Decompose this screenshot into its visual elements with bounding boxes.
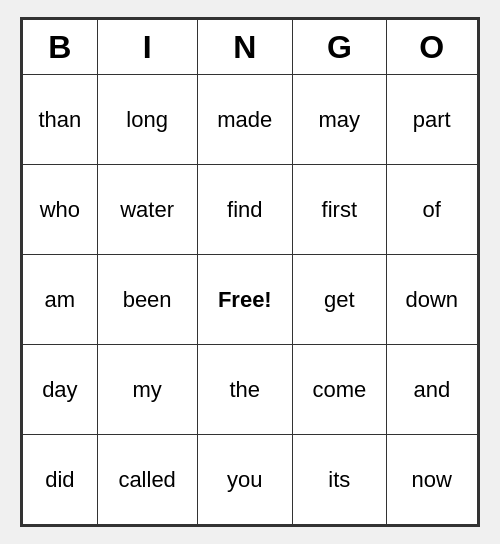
table-cell: down — [386, 255, 477, 345]
table-cell: now — [386, 435, 477, 525]
table-cell: long — [97, 75, 197, 165]
header-n: N — [197, 20, 293, 75]
bingo-table: B I N G O thanlongmademaypartwhowaterfin… — [22, 19, 478, 525]
header-b: B — [23, 20, 98, 75]
table-cell: my — [97, 345, 197, 435]
table-cell: made — [197, 75, 293, 165]
table-cell: water — [97, 165, 197, 255]
table-cell: find — [197, 165, 293, 255]
table-cell: get — [293, 255, 386, 345]
header-o: O — [386, 20, 477, 75]
table-cell: of — [386, 165, 477, 255]
table-cell: Free! — [197, 255, 293, 345]
header-row: B I N G O — [23, 20, 478, 75]
table-cell: you — [197, 435, 293, 525]
table-row: didcalledyouitsnow — [23, 435, 478, 525]
table-cell: than — [23, 75, 98, 165]
table-row: whowaterfindfirstof — [23, 165, 478, 255]
table-row: thanlongmademaypart — [23, 75, 478, 165]
table-cell: called — [97, 435, 197, 525]
table-cell: come — [293, 345, 386, 435]
table-cell: may — [293, 75, 386, 165]
table-cell: first — [293, 165, 386, 255]
table-cell: day — [23, 345, 98, 435]
table-cell: am — [23, 255, 98, 345]
table-row: daymythecomeand — [23, 345, 478, 435]
table-cell: did — [23, 435, 98, 525]
table-cell: its — [293, 435, 386, 525]
header-g: G — [293, 20, 386, 75]
bingo-card: B I N G O thanlongmademaypartwhowaterfin… — [20, 17, 480, 527]
table-cell: the — [197, 345, 293, 435]
table-cell: and — [386, 345, 477, 435]
table-cell: who — [23, 165, 98, 255]
bingo-body: thanlongmademaypartwhowaterfindfirstofam… — [23, 75, 478, 525]
table-row: ambeenFree!getdown — [23, 255, 478, 345]
header-i: I — [97, 20, 197, 75]
table-cell: part — [386, 75, 477, 165]
table-cell: been — [97, 255, 197, 345]
